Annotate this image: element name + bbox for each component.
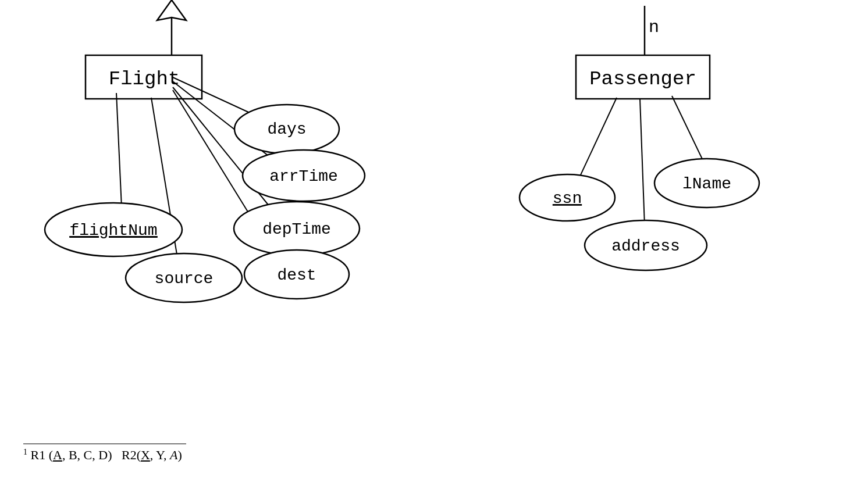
- flight-entity-label: Flight: [109, 68, 180, 90]
- footnote-r1-a: A: [53, 448, 62, 462]
- svg-marker-1: [157, 0, 186, 20]
- footnote-divider: [23, 444, 186, 444]
- footnote-r2-a: A: [170, 448, 177, 462]
- lname-label: lName: [682, 175, 731, 193]
- svg-line-8: [116, 93, 122, 220]
- arrtime-label: arrTime: [269, 167, 338, 185]
- svg-line-9: [576, 98, 617, 185]
- passenger-n-label: n: [649, 17, 659, 37]
- footnote-r2-x: X: [141, 448, 150, 462]
- days-label: days: [267, 120, 306, 138]
- er-diagram: n Flight Passenger days arrTime depTime …: [0, 0, 868, 486]
- footnote-superscript: 1: [23, 448, 27, 456]
- svg-line-10: [640, 99, 645, 226]
- ssn-label: ssn: [553, 190, 582, 208]
- address-label: address: [611, 237, 680, 255]
- footnote-section: 1 R1 (A, B, C, D) R2(X, Y, A): [23, 444, 186, 463]
- deptime-label: depTime: [262, 220, 331, 238]
- source-label: source: [155, 270, 214, 288]
- svg-line-11: [672, 96, 707, 169]
- flightnum-label: flightNum: [69, 221, 157, 240]
- footnote-text: 1 R1 (A, B, C, D) R2(X, Y, A): [23, 448, 186, 463]
- passenger-entity-label: Passenger: [589, 68, 696, 90]
- dest-label: dest: [277, 266, 316, 284]
